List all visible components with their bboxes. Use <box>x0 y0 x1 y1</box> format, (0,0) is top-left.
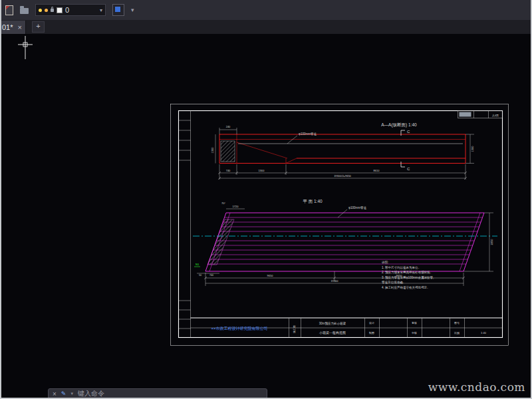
cell-label: 设计 <box>369 321 374 325</box>
dim-label: 2250 <box>490 239 493 245</box>
drawing-canvas[interactable]: 共4页 C C 740 <box>0 0 532 399</box>
file-tab-active[interactable]: 01* × <box>0 21 26 34</box>
cell-label: 制图 <box>369 331 374 335</box>
cell-label: 比例 <box>454 331 460 335</box>
scale-value: 1:40 <box>481 331 487 334</box>
open-file-icon[interactable] <box>20 8 29 14</box>
drawing-title: 小箱梁一般构造图 <box>319 331 346 335</box>
elevation-dimensions: 740 1300 8610 19300/2=9650 240 1300 1300… <box>211 122 474 180</box>
cell-label: 复核 <box>412 321 417 325</box>
plan-dimensions: 9650 9650 19300 50 740 2250 1720 70° φ10… <box>197 199 493 286</box>
properties-icon[interactable] <box>112 4 124 16</box>
page-shape <box>5 5 13 15</box>
command-prompt-text[interactable]: 键入命令 <box>78 389 104 398</box>
layer-dropdown[interactable]: 0 ▾ <box>35 4 106 16</box>
dim-label: 1300 <box>471 146 474 152</box>
chevron-down-icon: ▾ <box>100 7 102 13</box>
cell-label: 审核 <box>412 331 417 334</box>
angle-label: 70° <box>221 201 225 205</box>
sheet-corner-table: 共4页 <box>458 111 503 118</box>
sheet-border: 共4页 <box>171 104 509 346</box>
dim-label: 9650 <box>267 274 274 277</box>
command-line[interactable]: × ✎ ▾ 键入命令 <box>48 388 267 399</box>
plan-view: N1 <box>193 213 497 271</box>
dim-label: 1300 <box>211 147 214 154</box>
dim-label: 8610 <box>374 169 380 172</box>
note-line: 3. 预应力管道采用φ100mm金属波纹管, <box>382 275 434 280</box>
command-close-icon[interactable]: × <box>53 390 57 398</box>
dim-label: 740 <box>226 169 231 172</box>
layer-on-icon <box>39 9 42 12</box>
note-line: 说明: <box>382 261 388 264</box>
rebar-label: N1 <box>196 263 200 266</box>
customize-icon[interactable]: ✎ <box>61 390 66 397</box>
cell-label: 图号 <box>454 321 460 325</box>
layer-color-swatch <box>57 7 63 13</box>
note-line: 管道定位须准确。 <box>382 280 406 284</box>
quick-access-toolbar: 0 ▾ ▾ <box>0 0 532 21</box>
dim-label: 740 <box>209 274 213 277</box>
layer-lock-icon <box>51 9 54 12</box>
tab-close-icon[interactable]: × <box>18 23 22 31</box>
note-line: 1. 图中尺寸均以毫米为单位。 <box>382 266 421 270</box>
section-label-top: C <box>407 130 410 134</box>
elevation-view: C C <box>219 130 466 171</box>
title-block: ××市政工程设计研究院有限公司 施工图 30m预应力砼小箱梁 小箱梁一般构造图 … <box>191 318 503 338</box>
end-block-hatch <box>221 141 235 162</box>
layer-name: 0 <box>65 5 97 15</box>
section-label-bottom: C <box>407 167 410 171</box>
recent-commands-caret-icon[interactable]: ▾ <box>70 391 73 396</box>
plan-title: 平 面 1:40 <box>303 199 323 203</box>
duct-label: φ100mm管道 <box>348 205 366 209</box>
dim-label: 240 <box>226 125 231 128</box>
cad-drawing: 共4页 C C 740 <box>0 0 532 399</box>
crosshair-cursor <box>18 36 33 59</box>
new-file-icon[interactable] <box>5 5 14 15</box>
duct-label: φ100mm管道 <box>299 132 317 136</box>
note-line: 2. 预应力钢束采用高强低松弛钢绞线。 <box>382 270 433 275</box>
notes-block: 说明: 1. 图中尺寸均以毫米为单位。 2. 预应力钢束采用高强低松弛钢绞线。 … <box>382 261 434 289</box>
project-name: 30m预应力砼小箱梁 <box>319 321 346 326</box>
file-tab-label: 01* <box>2 23 13 31</box>
plan-end-hatch <box>207 219 234 265</box>
pages-label: 共4页 <box>492 114 499 117</box>
elevation-title: A—A(纵断面) 1:40 <box>381 122 417 128</box>
file-tab-bar: 01* × + <box>0 20 532 34</box>
dim-total-label: 19300/2=9650 <box>334 174 351 178</box>
company-name: ××市政工程设计研究院有限公司 <box>211 326 267 331</box>
toolbar-overflow-caret-icon[interactable]: ▾ <box>131 7 134 13</box>
layer-thaw-icon <box>45 9 48 12</box>
section-cut-marks: C C <box>401 130 410 171</box>
note-line: 4. 施工时应严格遵守有关规范规定。 <box>382 285 430 289</box>
watermark: www.cndao.com <box>428 380 525 394</box>
dim-total-label: 19300 <box>331 279 338 283</box>
dim-label: 50 <box>199 274 201 277</box>
dim-label: 1300 <box>259 169 265 172</box>
new-tab-button[interactable]: + <box>32 21 45 33</box>
stage-label: 施工图 <box>293 325 296 333</box>
dim-label: 1720 <box>233 205 239 208</box>
